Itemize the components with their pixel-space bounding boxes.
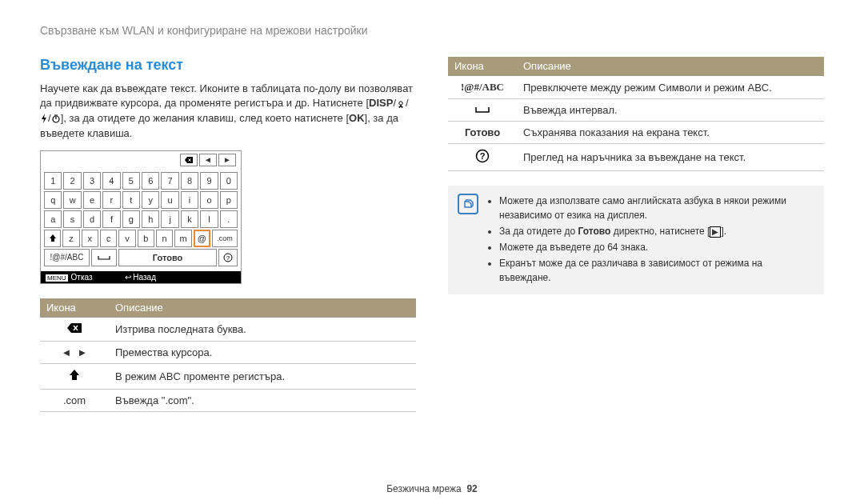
kb-key: r <box>102 191 120 209</box>
t1-desc-0: Изтрива последната буква. <box>109 317 416 341</box>
kb-key: y <box>142 191 159 209</box>
t2-desc-3: Преглед на наръчника за въвеждане на тек… <box>517 144 824 171</box>
kb-key: 0 <box>220 172 238 190</box>
kb-right-icon: ► <box>218 154 236 166</box>
kb-key: o <box>200 191 218 209</box>
help-icon: ? <box>448 144 517 171</box>
play-icon: ▶ <box>710 226 721 238</box>
kb-backspace-icon <box>180 154 198 166</box>
com-icon: .com <box>40 389 109 411</box>
kb-key: c <box>100 230 117 247</box>
arrows-icon: ◄ ► <box>40 341 109 363</box>
intro-part2: ], за да отидете до желания клавиш, след… <box>61 112 349 124</box>
svg-text:?: ? <box>480 151 486 161</box>
table-row: .com Въвежда ".com". <box>40 389 416 411</box>
kb-key: h <box>142 210 159 228</box>
intro-text: Научете как да въвеждате текст. Иконите … <box>40 82 416 141</box>
kb-key: 9 <box>200 172 218 190</box>
t2-head-desc: Описание <box>517 57 824 76</box>
kb-key: p <box>220 191 238 209</box>
note-item: За да отидете до Готово директно, натисн… <box>499 224 814 238</box>
t1-desc-1: Премества курсора. <box>109 341 416 363</box>
kb-key: 5 <box>122 172 140 190</box>
kb-space-key <box>91 249 117 266</box>
kb-key: t <box>122 191 140 209</box>
menu-tag: MENU <box>46 274 68 282</box>
section-title: Въвеждане на текст <box>40 57 416 74</box>
kb-key: i <box>181 191 198 209</box>
kb-key: v <box>118 230 135 247</box>
kb-key: @ <box>194 230 211 247</box>
ok-label: OK <box>349 112 365 124</box>
done-icon: Готово <box>448 122 517 144</box>
shift-icon <box>40 363 109 389</box>
backspace-icon <box>40 317 109 341</box>
kb-shift-key <box>44 230 61 247</box>
kb-help-key: ? <box>218 249 238 266</box>
kb-key: 6 <box>142 172 159 190</box>
kb-row-numbers: 1234567890 <box>44 172 238 190</box>
kb-key: x <box>82 230 98 247</box>
left-column: Въвеждане на текст Научете как да въвежд… <box>40 57 416 412</box>
kb-key: .com <box>212 230 238 247</box>
icon-table-2: Икона Описание !@#/ABC Превключете между… <box>448 57 824 171</box>
kb-key: b <box>138 230 154 247</box>
kb-top-icons: ◄ ► <box>41 151 241 169</box>
note-icon <box>458 194 478 214</box>
table-row: Изтрива последната буква. <box>40 317 416 341</box>
intro-part1: Научете как да въвеждате текст. Иконите … <box>40 82 413 109</box>
page-footer: Безжична мрежа 92 <box>0 483 864 494</box>
footer-section: Безжична мрежа <box>386 483 462 494</box>
kb-key: m <box>174 230 191 247</box>
kb-mode-key: !@#/ABC <box>44 249 90 266</box>
kb-done-key: Готово <box>118 249 217 266</box>
t1-desc-2: В режим ABC променте регистъра. <box>109 363 416 389</box>
t2-desc-2: Съхранява показания на екрана текст. <box>517 122 824 144</box>
t1-head-icon: Икона <box>40 298 109 318</box>
kb-key: u <box>161 191 178 209</box>
virtual-keyboard: ◄ ► 1234567890 qwertyuiop asdfghjkl. zxc… <box>40 150 242 284</box>
kb-key: z <box>62 230 79 247</box>
kb-key: 4 <box>102 172 120 190</box>
disp-label: DISP <box>369 98 393 110</box>
kb-left-icon: ◄ <box>199 154 217 166</box>
kb-cancel-label: Отказ <box>71 273 93 282</box>
note-item: Можете да въведете до 64 знака. <box>499 240 814 254</box>
note-item: Екранът може да се различава в зависимос… <box>499 256 814 285</box>
kb-key: s <box>63 210 81 228</box>
t2-desc-1: Въвежда интервал. <box>517 99 824 122</box>
table-row: Готово Съхранява показания на екрана тек… <box>448 122 824 144</box>
svg-point-0 <box>399 102 402 105</box>
flash-icon <box>40 114 48 123</box>
note-box: Можете да използвате само английската аз… <box>448 186 824 294</box>
table-row: В режим ABC променте регистъра. <box>40 363 416 389</box>
t1-head-desc: Описание <box>109 298 416 318</box>
macro-icon <box>396 99 406 109</box>
kb-row-qwerty: qwertyuiop <box>44 191 238 209</box>
breadcrumb: Свързване към WLAN и конфигуриране на мр… <box>40 24 824 37</box>
svg-text:?: ? <box>226 254 230 262</box>
note-item: Можете да използвате само английската аз… <box>499 194 814 222</box>
kb-key: 1 <box>44 172 62 190</box>
kb-key: 7 <box>161 172 178 190</box>
kb-key: 3 <box>83 172 101 190</box>
t2-desc-0: Превключете между режим Символи и режим … <box>517 76 824 99</box>
table-row: !@#/ABC Превключете между режим Символи … <box>448 76 824 99</box>
kb-back-icon: ↩ <box>125 273 131 282</box>
table-row: ◄ ► Премества курсора. <box>40 341 416 363</box>
kb-key: e <box>83 191 101 209</box>
kb-key: q <box>44 191 62 209</box>
kb-key: g <box>122 210 140 228</box>
kb-row-bottom: !@#/ABC Готово ? <box>44 249 238 266</box>
kb-row-zxcv: zxcvbnm@.com <box>44 230 238 247</box>
right-column: Икона Описание !@#/ABC Превключете между… <box>448 57 824 412</box>
kb-key: l <box>200 210 218 228</box>
kb-key: j <box>161 210 178 228</box>
timer-icon <box>51 114 61 123</box>
icon-table-1: Икона Описание Изтрива последната буква.… <box>40 298 416 412</box>
kb-key: k <box>181 210 198 228</box>
footer-page: 92 <box>466 483 477 494</box>
t1-desc-3: Въвежда ".com". <box>109 389 416 411</box>
kb-key: 2 <box>63 172 81 190</box>
space-icon <box>448 99 517 122</box>
